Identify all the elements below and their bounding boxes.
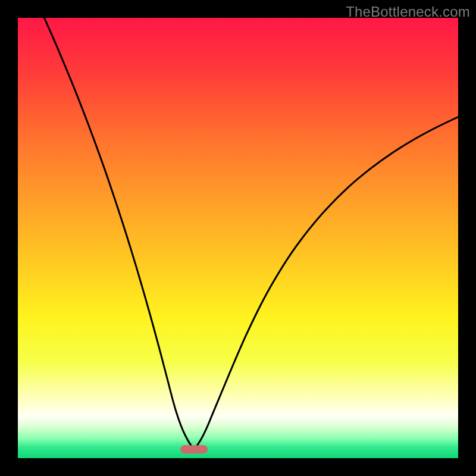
gradient-background [18,18,458,458]
bottleneck-marker [180,445,208,453]
watermark-text: TheBottleneck.com [346,4,470,20]
plot-area [18,18,458,458]
chart-svg [18,18,458,458]
chart-frame: TheBottleneck.com [0,0,476,476]
